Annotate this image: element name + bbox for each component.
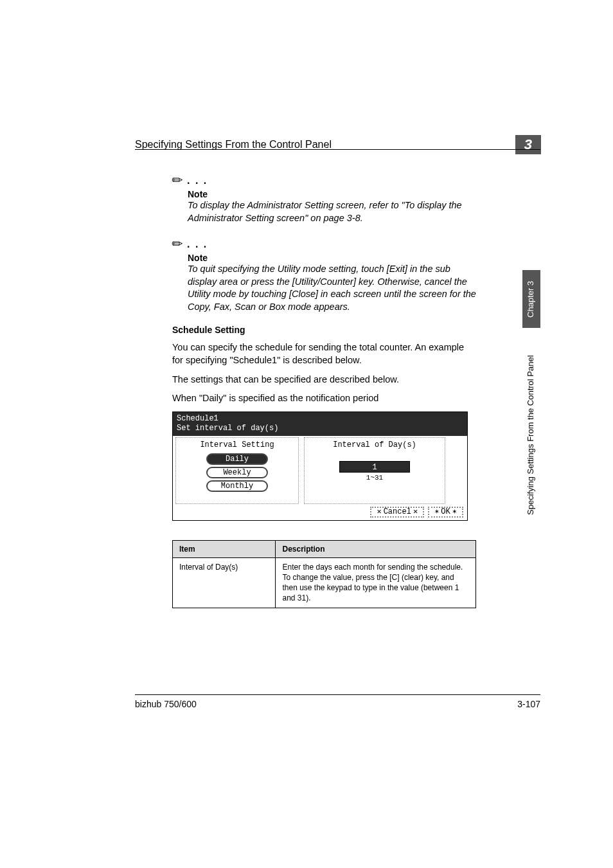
note-body-1: To display the Administrator Setting scr… [188,199,476,224]
product-name: bizhub 750/600 [135,699,197,709]
note-label-2: Note [188,253,476,263]
cancel-button-label: Cancel [384,507,411,516]
section-tab: Specifying Settings From the Control Pan… [522,336,540,535]
td-description: Enter the days each month for sending th… [276,557,476,608]
interval-range-label: 1~31 [307,474,442,482]
interval-of-day-label: Interval of Day(s) [307,440,442,449]
note-dots-icon: . . . [187,175,208,186]
panel-title-bar: Schedule1 Set interval of day(s) [173,412,467,436]
interval-setting-group: Interval Setting Daily Weekly Monthly [175,437,299,504]
interval-of-day-group: Interval of Day(s) 1 1~31 [304,437,445,504]
settings-table: Item Description Interval of Day(s) Ente… [172,540,476,608]
cancel-button[interactable]: ✕ Cancel ✕ [370,507,424,518]
burst-icon: ✶ [452,507,457,516]
chapter-number-badge: 3 [515,135,541,154]
note-dots-icon: . . . [187,239,208,250]
note-block-2: ✎ . . . Note To quit specifying the Util… [172,236,476,313]
th-description: Description [276,540,476,557]
note-hand-icon: ✎ [168,171,187,190]
body-paragraph-2: The settings that can be specified are d… [172,374,476,386]
chapter-tab: Chapter 3 [522,270,540,328]
section-heading: Schedule Setting [172,325,476,335]
x-icon: ✕ [413,507,418,516]
burst-icon: ✶ [434,507,439,516]
ok-button-label: OK [441,507,450,516]
panel-title-line1: Schedule1 [177,414,463,424]
page-footer: bizhub 750/600 3-107 [135,694,540,709]
weekly-button[interactable]: Weekly [206,467,268,478]
note-label-1: Note [188,189,476,199]
x-icon: ✕ [377,507,381,516]
page-number: 3-107 [517,699,540,709]
schedule-settings-panel: Schedule1 Set interval of day(s) Interva… [172,411,468,521]
side-tab-area: Chapter 3 Specifying Settings From the C… [522,270,540,540]
ok-button[interactable]: ✶ OK ✶ [428,507,463,518]
td-item: Interval of Day(s) [173,557,276,608]
interval-setting-label: Interval Setting [179,440,296,449]
monthly-button[interactable]: Monthly [206,480,268,492]
daily-button[interactable]: Daily [206,453,268,465]
th-item: Item [173,540,276,557]
interval-value-display: 1 [339,461,410,473]
panel-title-line2: Set interval of day(s) [177,424,463,434]
header-divider [135,149,540,150]
table-row: Interval of Day(s) Enter the days each m… [173,557,476,608]
note-hand-icon: ✎ [168,235,187,253]
note-body-2: To quit specifying the Utility mode sett… [188,263,476,313]
body-paragraph-1: You can specify the schedule for sending… [172,341,476,366]
note-block-1: ✎ . . . Note To display the Administrato… [172,172,476,224]
body-paragraph-3: When "Daily" is specified as the notific… [172,392,476,405]
